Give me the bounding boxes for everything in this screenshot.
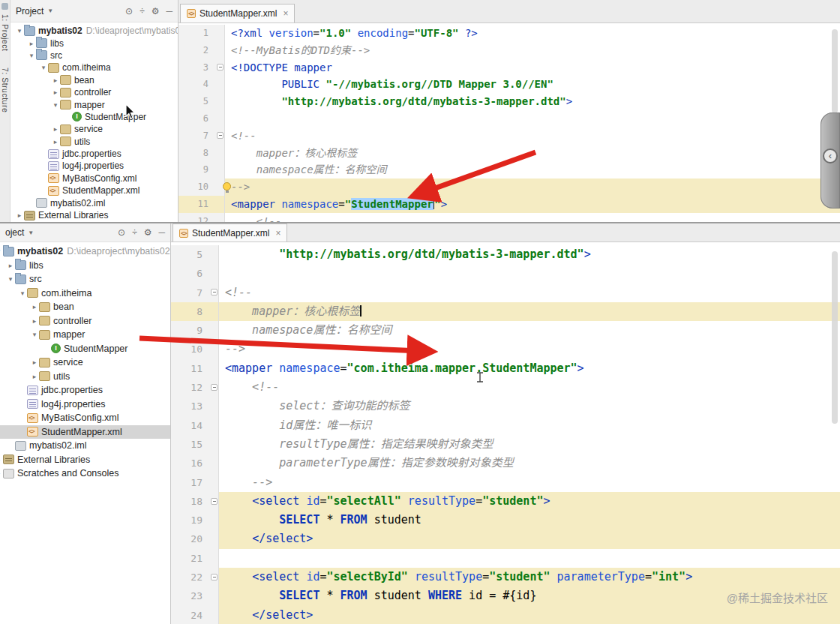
collapse-all-icon[interactable]: ÷: [140, 6, 145, 16]
tree-item-studentmapper-xml[interactable]: StudentMapper.xml: [10, 184, 178, 196]
code-line-8[interactable]: 8 mapper：核心根标签: [171, 302, 840, 321]
tree-item-external-libraries[interactable]: ▸External Libraries: [0, 453, 170, 467]
tree-chevron-icon[interactable]: ▸: [30, 373, 39, 380]
code-line-9[interactable]: 9 namespace属性：名称空间: [178, 161, 840, 178]
locate-icon[interactable]: ⊙: [125, 6, 133, 16]
code-line-6[interactable]: 6: [171, 264, 840, 283]
project-panel-title[interactable]: Project: [16, 6, 44, 16]
code-line-18[interactable]: 18 <select id="selectAll" resultType="st…: [171, 492, 840, 511]
project-panel-title[interactable]: oject: [5, 227, 24, 238]
tool-button-structure[interactable]: 7: Structure: [1, 68, 10, 112]
tree-item-utils[interactable]: ▸utils: [10, 136, 178, 148]
tree-item-studentmapper[interactable]: StudentMapper: [10, 111, 178, 123]
screen-widget-expand-icon[interactable]: ‹: [823, 148, 838, 164]
fold-marker-icon[interactable]: [210, 492, 219, 511]
fold-marker-icon[interactable]: [210, 378, 219, 397]
tree-chevron-icon[interactable]: ▸: [51, 88, 60, 96]
code-line-19[interactable]: 19 SELECT * FROM student: [171, 511, 840, 530]
fold-marker-icon[interactable]: [210, 284, 219, 302]
tree-item-com-itheima[interactable]: ▾com.itheima: [10, 62, 178, 74]
tree-item-service[interactable]: ▸service: [0, 356, 170, 370]
editor-tab-studentmapper-xml[interactable]: StudentMapper.xml ×: [172, 224, 287, 242]
tree-item-jdbc-properties[interactable]: jdbc.properties: [0, 383, 170, 398]
tree-item-utils[interactable]: ▸utils: [0, 370, 170, 384]
code-line-1[interactable]: 1<?xml version="1.0" encoding="UTF-8" ?>: [178, 25, 840, 42]
tree-item-mapper[interactable]: ▾mapper: [10, 98, 178, 110]
tree-chevron-icon[interactable]: ▸: [15, 212, 24, 219]
tree-chevron-icon[interactable]: ▸: [27, 40, 36, 47]
tree-chevron-icon[interactable]: ▾: [18, 290, 27, 297]
tree-item-studentmapper-xml[interactable]: StudentMapper.xml: [0, 425, 170, 440]
editor-scrollbar[interactable]: [832, 251, 838, 424]
code-line-5[interactable]: 5 "http://mybatis.org/dtd/mybatis-3-mapp…: [178, 93, 840, 110]
tree-item-mybatisconfig-xml[interactable]: MyBatisConfig.xml: [10, 172, 178, 184]
code-line-21[interactable]: 21: [171, 549, 840, 568]
code-line-12[interactable]: 12 <!--: [171, 378, 840, 397]
tree-item-com-itheima[interactable]: ▾com.itheima: [0, 286, 170, 301]
tree-chevron-icon[interactable]: ▸: [51, 76, 60, 84]
code-line-10[interactable]: 10-->: [171, 340, 840, 358]
code-line-22[interactable]: 22 <select id="selectById" resultType="s…: [171, 568, 840, 586]
close-icon[interactable]: ×: [275, 228, 280, 238]
tree-item-scratches-and-consoles[interactable]: ▸Scratches and Consoles: [0, 466, 170, 481]
tree-chevron-icon[interactable]: ▾: [6, 275, 15, 283]
chevron-down-icon[interactable]: ▼: [28, 230, 34, 236]
tree-item-libs[interactable]: ▸libs: [10, 37, 178, 49]
hide-icon[interactable]: ─: [166, 6, 172, 16]
tree-chevron-icon[interactable]: ▸: [30, 303, 39, 310]
code-line-4[interactable]: 4 PUBLIC "-//mybatis.org//DTD Mapper 3.0…: [178, 76, 840, 93]
tree-item-bean[interactable]: ▸bean: [0, 300, 170, 314]
tree-item-controller[interactable]: ▸controller: [0, 314, 170, 328]
intention-bulb-icon[interactable]: [223, 182, 231, 190]
tree-item-controller[interactable]: ▸controller: [10, 86, 178, 98]
tree-item-src[interactable]: ▾src: [0, 272, 170, 286]
tree-item-jdbc-properties[interactable]: jdbc.properties: [10, 148, 178, 160]
tree-chevron-icon[interactable]: ▾: [15, 27, 24, 34]
tree-item-mybatis02[interactable]: ▾mybatis02D:\ideaproject\mybatis02: [0, 244, 170, 259]
chevron-down-icon[interactable]: ▼: [47, 8, 53, 14]
fold-marker-icon[interactable]: [216, 59, 225, 76]
tree-chevron-icon[interactable]: ▾: [27, 52, 36, 59]
code-line-7[interactable]: 7<!--: [178, 128, 840, 145]
tree-item-log4j-properties[interactable]: log4j.properties: [0, 398, 170, 412]
close-icon[interactable]: ×: [283, 8, 288, 19]
settings-icon[interactable]: ⚙: [152, 6, 160, 16]
tree-item-service[interactable]: ▸service: [10, 123, 178, 135]
tree-item-mybatisconfig-xml[interactable]: MyBatisConfig.xml: [0, 411, 170, 425]
tree-item-libs[interactable]: ▸libs: [0, 259, 170, 273]
code-line-17[interactable]: 17 -->: [171, 473, 840, 492]
locate-icon[interactable]: ⊙: [118, 227, 125, 238]
tree-item-mapper[interactable]: ▾mapper: [0, 328, 170, 342]
settings-icon[interactable]: ⚙: [144, 227, 152, 238]
tree-item-bean[interactable]: ▸bean: [10, 74, 178, 86]
tree-item-studentmapper[interactable]: StudentMapper: [0, 342, 170, 356]
code-line-20[interactable]: 20 </select>: [171, 530, 840, 548]
tree-item-mybatis02-iml[interactable]: mybatis02.iml: [0, 439, 170, 453]
code-editor[interactable]: 1<?xml version="1.0" encoding="UTF-8" ?>…: [178, 23, 840, 222]
tree-chevron-icon[interactable]: ▾: [30, 331, 39, 338]
tree-chevron-icon[interactable]: ▸: [51, 125, 60, 133]
tree-chevron-icon[interactable]: ▸: [51, 138, 60, 146]
code-line-7[interactable]: 7<!--: [171, 284, 840, 302]
code-line-14[interactable]: 14 id属性：唯一标识: [171, 416, 840, 435]
code-line-5[interactable]: 5 "http://mybatis.org/dtd/mybatis-3-mapp…: [171, 245, 840, 264]
code-editor[interactable]: 5 "http://mybatis.org/dtd/mybatis-3-mapp…: [171, 242, 840, 624]
tree-item-mybatis02[interactable]: ▾mybatis02D:\ideaproject\mybatis02: [10, 25, 178, 37]
code-line-15[interactable]: 15 resultType属性：指定结果映射对象类型: [171, 435, 840, 454]
code-line-24[interactable]: 24 </select>: [171, 606, 840, 624]
tree-item-mybatis02-iml[interactable]: mybatis02.iml: [10, 196, 178, 208]
tree-chevron-icon[interactable]: ▾: [51, 101, 60, 109]
tree-item-log4j-properties[interactable]: log4j.properties: [10, 160, 178, 172]
code-line-3[interactable]: 3<!DOCTYPE mapper: [178, 59, 840, 76]
hide-icon[interactable]: ─: [158, 227, 165, 238]
code-line-16[interactable]: 16 parameterType属性：指定参数映射对象类型: [171, 454, 840, 472]
tree-chevron-icon[interactable]: ▾: [39, 64, 48, 71]
code-line-6[interactable]: 6: [178, 110, 840, 128]
editor-scrollbar[interactable]: [832, 29, 838, 113]
tree-chevron-icon[interactable]: ▸: [6, 262, 15, 269]
tool-button-project[interactable]: 1: Project: [1, 14, 10, 51]
code-line-11[interactable]: 11<mapper namespace="StudentMapper">: [178, 196, 840, 213]
code-line-12[interactable]: 12 <!--: [178, 213, 840, 223]
fold-marker-icon[interactable]: [216, 128, 225, 145]
collapse-all-icon[interactable]: ÷: [132, 227, 137, 238]
